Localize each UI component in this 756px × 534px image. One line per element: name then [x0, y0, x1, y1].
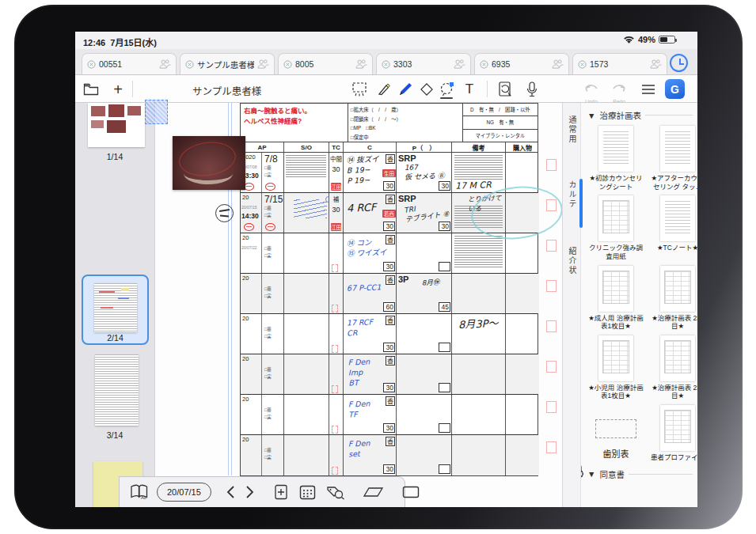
microphone-icon[interactable]	[522, 80, 541, 99]
red-dashed-box	[332, 467, 338, 475]
image-selection-overlay[interactable]	[145, 100, 168, 124]
tag-search-icon[interactable]	[326, 482, 345, 502]
add-page-icon[interactable]: +	[108, 80, 127, 99]
text-tool-icon[interactable]: T	[460, 80, 479, 99]
toolbar-separator	[132, 81, 133, 97]
approval-stamp	[244, 223, 254, 231]
category-tab-referral[interactable]: 紹介状	[566, 247, 578, 275]
red-dashed-box	[332, 305, 338, 312]
section-treatment-plans[interactable]: ▼ 治療計画表	[581, 103, 697, 124]
template-item[interactable]: ★小児用 治療計画表1枚目★	[587, 335, 644, 400]
red-dashed-box	[332, 385, 338, 393]
people-icon	[552, 59, 564, 69]
selected-page-highlight[interactable]: 2/14	[82, 275, 149, 345]
patient-tab-label: 00551	[99, 59, 156, 69]
menu-icon[interactable]	[639, 80, 658, 99]
signature-box	[546, 280, 557, 292]
people-icon	[355, 59, 367, 69]
template-settings-icon[interactable]	[581, 460, 585, 479]
chart-row-1: 20207/8 20/07/0813:30 □薬 □実 中間30江田 ⑭ 抜ズイ…	[241, 153, 538, 193]
page-label-3: 3/14	[75, 430, 154, 440]
close-tab-icon[interactable]	[87, 60, 96, 69]
hide-selection-tool-icon[interactable]	[351, 80, 370, 99]
chart-row-3: 20 20/07/22 □薬 □実 ⑭ コン ⑮ ワイズイ 香 30	[241, 233, 538, 274]
close-tab-icon[interactable]	[578, 60, 587, 69]
template-panel: 通常用 カルテ 紹介状 ▼ 治療計画表 ★初診カウンセリングシート ★アフターカ…	[562, 103, 697, 507]
signature-box	[546, 361, 557, 373]
folder-icon[interactable]	[82, 80, 101, 99]
history-clock-button[interactable]	[670, 54, 688, 72]
lasso-tool-icon[interactable]	[438, 80, 457, 99]
next-page-icon[interactable]	[245, 482, 255, 502]
page-thumbnail-2[interactable]	[94, 283, 137, 332]
pen-tool-icon[interactable]	[396, 80, 415, 99]
template-item[interactable]: 歯別表	[587, 405, 644, 462]
disclosure-triangle-icon[interactable]: ▼	[587, 469, 595, 479]
printed-note-lines	[286, 155, 326, 179]
category-tab-normal[interactable]: 通常用	[566, 116, 578, 144]
page-navigation-bar: All 20/07/15	[119, 476, 405, 507]
flag-d: D 有・無 / 困難・以外	[463, 104, 538, 116]
template-item[interactable]: ★アフターカウンセリング タッ…	[649, 126, 697, 191]
category-tab-karte[interactable]: カルテ	[566, 180, 578, 209]
appliance-checklist: □拡大床（ / / 歳） □閉鎖床（ / / 〜） □MP □BK □保定中	[348, 104, 463, 142]
chart-header-band: 右肩〜腕触ると痛い。 ヘルペス性神経痛? □拡大床（ / / 歳） □閉鎖床（ …	[240, 103, 538, 142]
signature-box	[546, 159, 557, 171]
page-label-2: 2/14	[83, 333, 147, 343]
previous-page-icon[interactable]	[226, 482, 235, 502]
patient-tab-3303[interactable]: 3303	[376, 53, 471, 74]
note-canvas[interactable]: 右肩〜腕触ると痛い。 ヘルペス性神経痛? □拡大床（ / / 歳） □閉鎖床（ …	[155, 103, 562, 507]
template-item[interactable]: ★初診カウンセリングシート	[587, 126, 644, 191]
template-item[interactable]: クリニック強み調査用紙	[587, 195, 644, 260]
intraoral-photo[interactable]	[173, 136, 245, 190]
section-consent-forms[interactable]: ▼ 同意書	[581, 462, 697, 483]
people-icon	[454, 59, 465, 69]
eraser-tool-icon[interactable]	[417, 80, 436, 99]
battery-icon	[659, 36, 675, 44]
chart-row-7: 20 □薬 □実 F Den TF 香 30	[241, 395, 538, 435]
template-item[interactable]: ★成人用 治療計画表1枚目★	[587, 266, 644, 331]
patient-tab-sample[interactable]: サンプル患者様	[180, 53, 275, 74]
chief-complaint-note: 右肩〜腕触ると痛い。 ヘルペス性神経痛?	[241, 104, 348, 142]
template-category-strip: 通常用 カルテ 紹介状	[563, 103, 581, 507]
calendar-icon[interactable]	[299, 482, 316, 502]
page-thumbnail-3[interactable]	[95, 354, 139, 426]
parallelogram-tool-icon[interactable]	[363, 482, 384, 502]
all-pages-book-icon[interactable]: All	[130, 482, 149, 502]
template-item[interactable]: 患者プロファイル	[649, 405, 697, 462]
undo-icon[interactable]: Undo	[582, 80, 601, 99]
stylus-tool-icon[interactable]	[374, 80, 393, 99]
approval-stamp	[265, 223, 275, 231]
date-filter-button[interactable]: 20/07/15	[157, 483, 211, 502]
patient-tab-00551[interactable]: 00551	[82, 53, 177, 74]
hanko-stamp	[215, 204, 234, 222]
close-tab-icon[interactable]	[382, 60, 390, 69]
template-item[interactable]: ★治療計画表 2枚目★	[649, 266, 697, 331]
page-thumbnail-1[interactable]	[88, 103, 145, 147]
close-tab-icon[interactable]	[185, 60, 194, 69]
printed-note-lines	[454, 236, 503, 269]
template-item[interactable]: ★TCノート★	[649, 195, 697, 260]
handwritten-scribble	[294, 199, 327, 218]
close-tab-icon[interactable]	[480, 60, 488, 69]
signature-box	[546, 401, 557, 413]
svg-text:All: All	[141, 495, 146, 500]
patient-tab-label: サンプル患者様	[197, 59, 254, 70]
close-tab-icon[interactable]	[283, 60, 292, 69]
redo-icon[interactable]: Redo	[610, 80, 629, 99]
people-icon	[159, 59, 171, 69]
signature-box	[546, 320, 557, 332]
patient-tab-1573[interactable]: 1573	[572, 53, 667, 74]
disclosure-triangle-icon[interactable]: ▼	[587, 111, 595, 120]
template-item[interactable]: ★治療計画表 2枚目★	[649, 335, 697, 400]
add-page-button-icon[interactable]	[273, 482, 289, 502]
red-dashed-box	[332, 426, 338, 434]
patient-tab-8005[interactable]: 8005	[278, 53, 373, 74]
flag-boxes: D 有・無 / 困難・以外 NG 有・無 マイブラシ・レンタル	[463, 104, 538, 142]
app-logo-icon[interactable]: G	[665, 79, 685, 99]
patient-tab-6935[interactable]: 6935	[474, 53, 569, 74]
rectangle-tool-icon[interactable]	[402, 482, 420, 502]
people-icon	[650, 59, 662, 69]
page-template-icon[interactable]	[496, 80, 515, 99]
app-screen: 12:46 7月15日(水) 49% 00551 サンプル患者様 8005	[75, 32, 697, 507]
